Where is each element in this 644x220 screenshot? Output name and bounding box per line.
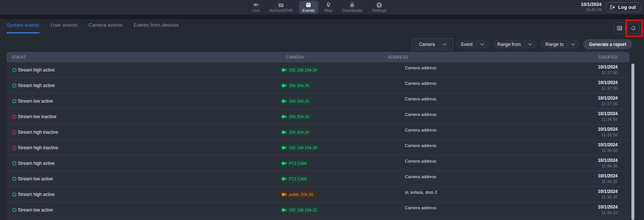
created-date: 10/1/2024 (598, 142, 618, 148)
camera-icon (282, 208, 287, 212)
camera-badge[interactable]: 256 204.26 (279, 129, 313, 136)
event-status-icon (12, 146, 16, 150)
address-cell: Camera address (405, 174, 436, 179)
events-tabs: System events User events Camera events … (7, 22, 179, 33)
address-cell: Camera address (405, 206, 436, 210)
camera-icon (282, 146, 287, 150)
event-status-icon (12, 192, 16, 196)
camera-badge[interactable]: 192.168.204.28 (279, 66, 321, 74)
table-header: EVENT CAMERA ADDRESS CREATED (7, 52, 630, 62)
nav-label-live: Live (252, 9, 260, 13)
created-date: 10/1/2024 (598, 111, 618, 117)
nav-label-downloads: Downloads (342, 9, 362, 13)
created-date: 10/1/2024 (598, 64, 618, 70)
camera-badge[interactable]: 256 204.26 (279, 82, 313, 89)
nav-item-events[interactable]: Events (299, 1, 318, 14)
current-time: 15:46:39 (581, 7, 602, 12)
created-date: 10/1/2024 (598, 173, 618, 179)
camera-filter-label: Camera (419, 42, 435, 47)
table-row[interactable]: Stream high inactive 256 204.26 Camera a… (7, 124, 630, 140)
report-view-button[interactable] (614, 22, 625, 34)
camera-icon (282, 84, 287, 87)
chevron-down-icon (442, 43, 446, 46)
camera-name: PTZ CAM (289, 161, 307, 166)
app-window: Live Archive/DVR Events Map (0, 0, 644, 220)
camera-badge[interactable]: public 204.30 (279, 191, 317, 198)
created-date: 10/1/2024 (598, 80, 618, 86)
gear-icon (376, 2, 382, 8)
nav-item-downloads[interactable]: Downloads (339, 1, 366, 14)
table-row[interactable]: Stream low active PTZ CAM Camera address… (7, 171, 630, 187)
downloads-icon (349, 2, 355, 8)
camera-icon (282, 68, 287, 72)
nav-label-events: Events (302, 9, 315, 13)
created-cell: 10/1/2024 11:36:35 (598, 189, 618, 200)
logout-icon (610, 4, 615, 10)
camera-badge[interactable]: 256 204.26 (279, 113, 313, 120)
table-row[interactable]: Stream high active 192.168.204.28 Camera… (7, 62, 630, 78)
table-row[interactable]: Stream high inactive 192.168.204.28 Came… (7, 140, 630, 156)
main-nav: Live Archive/DVR Events Map (249, 0, 390, 14)
created-cell: 10/1/2024 11:37:00 (598, 95, 618, 107)
event-status-icon (12, 161, 16, 165)
top-nav-bar: Live Archive/DVR Events Map (0, 0, 644, 14)
table-row[interactable]: Stream low active 256 204.26 Camera addr… (7, 93, 630, 109)
created-date: 10/1/2024 (598, 189, 618, 194)
created-cell: 10/1/2024 11:36:56 (598, 111, 618, 122)
tab-camera-events[interactable]: Camera events (89, 22, 123, 33)
camera-badge[interactable]: 192.168.204.28 (279, 144, 321, 151)
vertical-scrollbar-thumb[interactable] (631, 64, 634, 220)
camera-badge[interactable]: 192.168.204.22 (279, 206, 321, 214)
event-name: Stream low active (18, 99, 53, 104)
chevron-down-icon (528, 43, 532, 46)
column-header-event: EVENT (12, 55, 26, 59)
created-cell: 10/1/2024 11:36:35 (598, 173, 618, 184)
logout-button[interactable]: Log out (606, 2, 641, 12)
event-name: Stream high active (18, 192, 55, 197)
event-status-icon (12, 130, 16, 134)
camera-name: 192.168.204.22 (289, 208, 317, 212)
table-row[interactable]: Stream high active 256 204.26 Camera add… (7, 78, 630, 93)
camera-name: 192.168.204.28 (289, 68, 317, 72)
nav-item-settings[interactable]: Settings (369, 1, 390, 14)
event-filter-dropdown[interactable]: Event (456, 40, 489, 49)
camera-badge[interactable]: PTZ CAM (279, 160, 311, 167)
table-row[interactable]: Stream low active 192.168.204.22 Camera … (7, 202, 630, 218)
topbar-right: 10/1/2024 15:46:39 Log out (581, 0, 641, 14)
event-status-icon (12, 68, 16, 72)
refresh-button[interactable] (627, 22, 639, 34)
map-pin-icon (326, 2, 331, 8)
nav-item-archive-dvr[interactable]: Archive/DVR (266, 1, 296, 14)
range-from-dropdown[interactable]: Range from (492, 40, 538, 49)
camera-badge[interactable]: PTZ CAM (279, 175, 311, 183)
table-row[interactable]: Stream low inactive 256 204.26 Camera ad… (7, 109, 630, 124)
event-name: Stream high active (18, 161, 55, 166)
camera-filter-dropdown[interactable]: Camera (414, 40, 452, 49)
generate-report-button[interactable]: Generate a report (583, 39, 632, 49)
camera-badge[interactable]: 256 204.26 (279, 97, 313, 105)
camera-icon (282, 193, 287, 196)
table-row[interactable]: Stream high active public 204.30 ul. kol… (7, 187, 630, 202)
chevron-down-icon (571, 43, 575, 46)
column-header-created: CREATED (598, 55, 618, 59)
created-time: 11:36:35 (598, 179, 618, 184)
refresh-icon (630, 25, 636, 31)
camera-name: 256 204.26 (289, 83, 309, 88)
events-table: EVENT CAMERA ADDRESS CREATED Stream high… (7, 52, 630, 220)
created-time: 11:37:00 (598, 86, 618, 91)
events-calendar-icon (306, 2, 311, 8)
nav-item-live[interactable]: Live (249, 1, 263, 14)
tab-system-events[interactable]: System events (7, 22, 40, 33)
tab-events-from-devices[interactable]: Events from devices (133, 22, 179, 33)
table-row[interactable]: Stream high active PTZ CAM Camera addres… (7, 156, 630, 171)
range-to-dropdown[interactable]: Range to (540, 40, 580, 49)
table-report-icon (617, 25, 622, 31)
created-time: 11:37:00 (598, 70, 618, 76)
tab-user-events[interactable]: User events (51, 22, 77, 33)
column-header-camera: CAMERA (286, 55, 304, 59)
event-name: Stream high inactive (18, 130, 58, 135)
nav-item-map[interactable]: Map (321, 1, 336, 14)
created-time: 11:37:00 (598, 101, 618, 107)
topbar-divider (0, 14, 644, 19)
created-date: 10/1/2024 (598, 157, 618, 163)
